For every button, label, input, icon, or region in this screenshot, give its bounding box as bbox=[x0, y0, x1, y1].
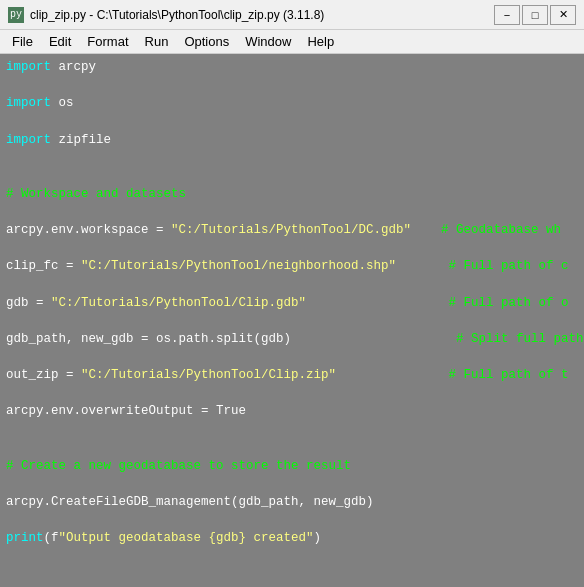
menu-file[interactable]: File bbox=[4, 32, 41, 51]
app-icon: py bbox=[8, 7, 24, 23]
menu-window[interactable]: Window bbox=[237, 32, 299, 51]
window-controls: − □ ✕ bbox=[494, 5, 576, 25]
title-text: clip_zip.py - C:\Tutorials\PythonTool\cl… bbox=[30, 8, 324, 22]
code-editor[interactable]: import arcpy import os import zipfile # … bbox=[0, 54, 584, 587]
menu-format[interactable]: Format bbox=[79, 32, 136, 51]
code-area: import arcpy import os import zipfile # … bbox=[0, 54, 584, 587]
menu-edit[interactable]: Edit bbox=[41, 32, 79, 51]
menu-help[interactable]: Help bbox=[299, 32, 342, 51]
menu-run[interactable]: Run bbox=[137, 32, 177, 51]
menu-options[interactable]: Options bbox=[176, 32, 237, 51]
minimize-button[interactable]: − bbox=[494, 5, 520, 25]
title-bar: py clip_zip.py - C:\Tutorials\PythonTool… bbox=[0, 0, 584, 30]
close-button[interactable]: ✕ bbox=[550, 5, 576, 25]
menu-bar: File Edit Format Run Options Window Help bbox=[0, 30, 584, 54]
maximize-button[interactable]: □ bbox=[522, 5, 548, 25]
code-content[interactable]: import arcpy import os import zipfile # … bbox=[0, 54, 584, 587]
